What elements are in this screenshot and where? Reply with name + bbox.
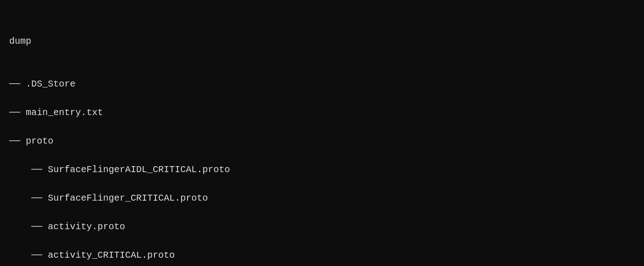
list-item: ── proto [9,134,635,148]
list-item: ── SurfaceFlingerAIDL_CRITICAL.proto [9,162,635,177]
tree-root: dump [9,34,635,48]
file-tree: dump ── .DS_Store ── main_entry.txt ── p… [9,6,635,266]
list-item: ── activity_CRITICAL.proto [9,248,635,262]
list-item: ── .DS_Store [9,77,635,91]
list-item: ── SurfaceFlinger_CRITICAL.proto [9,191,635,205]
list-item: ── activity.proto [9,220,635,234]
list-item: ── main_entry.txt [9,105,635,120]
